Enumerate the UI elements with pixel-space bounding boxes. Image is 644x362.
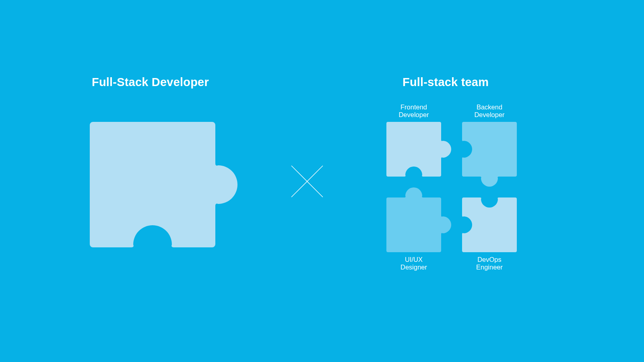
puzzle-piece-frontend-icon [386,122,459,178]
puzzle-piece-devops-icon [462,197,518,254]
label-frontend-dev: Frontend Developer [386,103,442,119]
label-backend-dev: Backend Developer [461,103,518,119]
heading-fullstack-team: Full-stack team [402,76,489,89]
puzzle-piece-uiux-icon [386,181,459,254]
puzzle-piece-backend-icon [462,122,518,194]
label-uiux-designer: UI/UX Designer [386,256,442,271]
heading-fullstack-dev: Full-Stack Developer [92,76,209,89]
versus-x-icon [289,163,325,200]
label-devops-engineer: DevOps Engineer [461,256,518,271]
puzzle-piece-large-icon [90,122,255,253]
